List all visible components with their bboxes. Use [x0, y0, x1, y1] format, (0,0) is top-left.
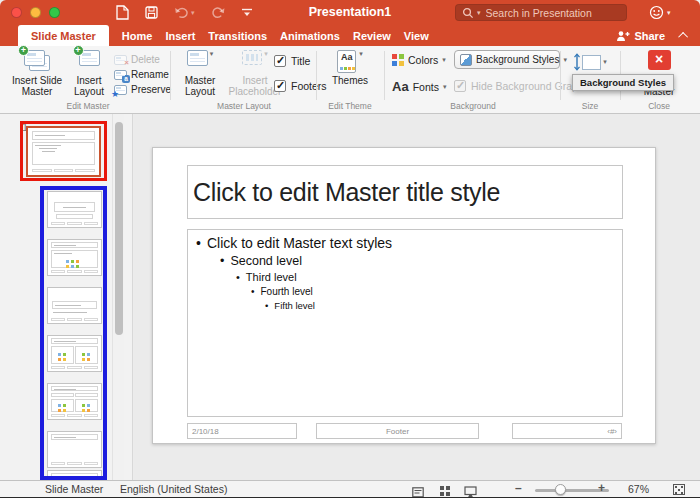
date-placeholder[interactable]: 2/10/18 — [187, 423, 297, 439]
feedback-caret[interactable]: ▾ — [667, 9, 671, 17]
bullet-level-2: Second level — [220, 253, 622, 270]
insert-layout-icon: + — [79, 50, 100, 66]
collapse-ribbon-button[interactable] — [678, 32, 688, 42]
insert-placeholder-caret: ▾ — [264, 50, 268, 58]
title-placeholder[interactable]: Click to edit Master title style — [187, 165, 623, 219]
footer-text: Footer — [386, 427, 409, 436]
tab-animations[interactable]: Animations — [280, 25, 340, 46]
tab-slide-master[interactable]: Slide Master — [18, 25, 109, 46]
slide-number-placeholder[interactable]: ‹#› — [512, 423, 622, 439]
content-placeholder-icons — [82, 409, 90, 412]
fonts-caret[interactable]: ▾ — [443, 83, 447, 91]
close-master-icon: × — [648, 50, 671, 70]
content-placeholder-icons — [82, 358, 90, 361]
group-separator — [170, 51, 171, 100]
fit-icon — [678, 489, 680, 491]
zoom-percent-label[interactable]: 67% — [628, 483, 649, 495]
powerpoint-window: ▾ Presentation1 ▾ Search in Presentation… — [0, 0, 700, 498]
thumb-footer-boxes — [51, 414, 98, 417]
thumb-title-box — [51, 338, 98, 344]
insert-placeholder-icon — [242, 50, 262, 65]
fonts-button[interactable]: Aa Fonts ▾ — [392, 80, 446, 93]
red-x-badge: × — [124, 58, 129, 67]
bullet-level-4: Fourth level — [251, 285, 622, 299]
group-label-master-layout: Master Layout — [174, 101, 314, 111]
thumb-body-box — [32, 142, 95, 165]
slide-size-icon — [573, 53, 601, 71]
background-styles-icon — [460, 54, 472, 66]
layout-thumbnail-section-header[interactable] — [47, 287, 102, 324]
preserve-button[interactable]: ★ Preserve — [114, 82, 171, 97]
themes-caret[interactable]: ▾ — [359, 50, 363, 58]
ribbon-tabs: Slide Master Home Insert Transitions Ani… — [18, 25, 429, 46]
slide-number-text: ‹#› — [607, 427, 617, 436]
background-styles-tooltip: Background Styles — [572, 74, 674, 91]
slide-sorter-view-button[interactable] — [440, 486, 450, 496]
group-label-edit-theme: Edit Theme — [318, 101, 382, 111]
body-placeholder[interactable]: Click to edit Master text styles Second … — [187, 229, 623, 417]
group-label-edit-master: Edit Master — [8, 101, 168, 111]
tab-view[interactable]: View — [404, 25, 429, 46]
insert-slide-master-button[interactable]: + Insert Slide Master — [8, 50, 66, 97]
zoom-slider-handle[interactable] — [555, 484, 566, 495]
group-edit-theme: Aa ▾ Themes Edit Theme — [318, 46, 382, 114]
rename-button[interactable]: a Rename — [114, 67, 171, 82]
content-placeholder-icons — [66, 265, 79, 268]
zoom-out-button[interactable]: – — [515, 481, 522, 495]
search-scope-caret[interactable]: ▾ — [477, 9, 481, 17]
thumb-footer-boxes — [51, 222, 98, 225]
bullet-level-5: Fifth level — [265, 299, 622, 312]
thumb-footer-boxes — [51, 462, 98, 465]
titlebar: ▾ Presentation1 ▾ Search in Presentation… — [0, 0, 700, 25]
layout-thumbnail-two-content[interactable] — [47, 335, 102, 372]
slideshow-view-button[interactable] — [464, 484, 477, 498]
colors-icon — [392, 54, 404, 66]
bullet-glyph — [196, 234, 207, 253]
content-placeholder-icons — [58, 409, 66, 412]
bullet-glyph — [265, 299, 274, 312]
content-placeholder-icons — [58, 404, 66, 407]
master-slide-thumbnail[interactable] — [26, 126, 101, 177]
group-separator — [560, 51, 561, 100]
thumb-content-box — [51, 346, 74, 364]
layout-thumbnail-title-and-content[interactable] — [47, 239, 102, 276]
normal-view-button[interactable] — [412, 484, 424, 498]
delete-button[interactable]: × Delete — [114, 52, 171, 67]
search-placeholder: Search in Presentation — [486, 7, 592, 19]
checkbox-checked-disabled-icon — [454, 80, 466, 92]
background-styles-button[interactable]: Background Styles ▾ — [454, 50, 560, 69]
tab-transitions[interactable]: Transitions — [208, 25, 267, 46]
layout-thumbnail-title-slide[interactable] — [47, 191, 102, 228]
tab-review[interactable]: Review — [353, 25, 391, 46]
tab-home[interactable]: Home — [122, 25, 153, 46]
tab-insert[interactable]: Insert — [165, 25, 195, 46]
master-layout-button[interactable]: ▾ Master Layout — [176, 50, 224, 97]
delete-icon: × — [114, 55, 127, 65]
checkbox-checked-icon — [274, 80, 286, 92]
fit-slide-to-window-button[interactable] — [673, 484, 685, 495]
layout-thumbnail-title-only[interactable] — [47, 431, 102, 468]
colors-button[interactable]: Colors ▾ — [392, 54, 446, 66]
layout-thumbnail-comparison[interactable] — [47, 383, 102, 420]
footer-placeholder[interactable]: Footer — [316, 423, 479, 439]
insert-layout-button[interactable]: + Insert Layout — [68, 50, 110, 97]
bullet-glyph — [220, 253, 230, 270]
feedback-button[interactable]: ▾ — [649, 5, 671, 20]
scrollbar-thumb[interactable] — [115, 122, 123, 335]
search-icon — [462, 7, 474, 19]
bullet-glyph — [251, 285, 261, 299]
slide-size-caret[interactable]: ▾ — [603, 58, 607, 66]
share-button[interactable]: Share — [616, 30, 665, 42]
zoom-in-button[interactable]: + — [598, 481, 605, 495]
thumb-subtitle-box — [56, 214, 93, 219]
group-master-layout: ▾ Master Layout ▾ Insert Placeholder Tit… — [174, 46, 314, 114]
search-box[interactable]: ▾ Search in Presentation — [455, 4, 627, 21]
colors-caret[interactable]: ▾ — [442, 56, 446, 64]
language-label[interactable]: English (United States) — [120, 483, 227, 495]
master-layout-caret[interactable]: ▾ — [210, 50, 214, 58]
themes-button[interactable]: Aa ▾ Themes — [324, 50, 376, 87]
title-checkbox[interactable]: Title — [274, 55, 310, 67]
blue-pin-badge: ★ — [111, 90, 119, 99]
master-title-text: Click to edit Master title style — [193, 178, 500, 207]
thumbnail-scrollbar[interactable] — [112, 114, 124, 480]
